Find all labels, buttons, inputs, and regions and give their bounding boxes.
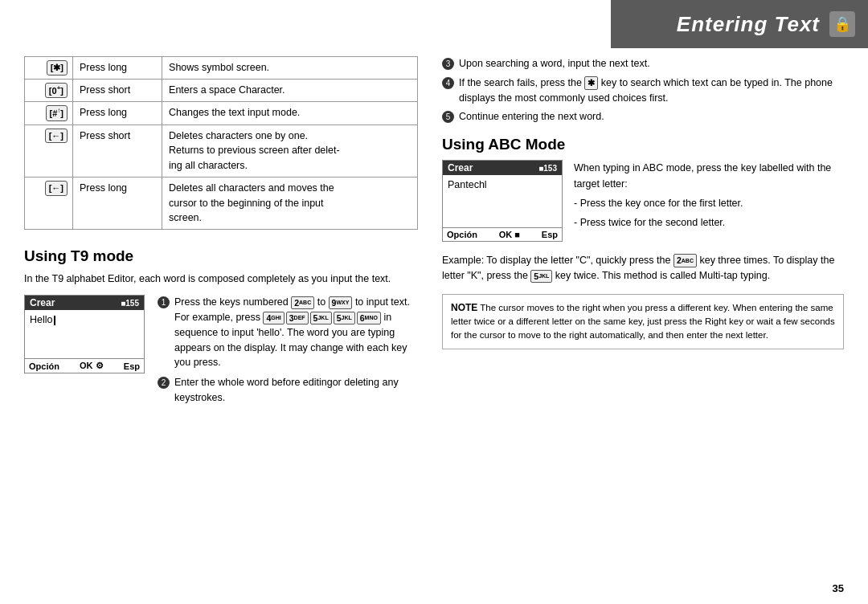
t9-section-title: Using T9 mode [24,247,418,265]
example-text: Example: To display the letter "C", quic… [442,253,844,284]
table-row: [←] Press short Deletes characters one b… [25,124,418,177]
page-number: 35 [833,582,844,594]
key-badge: [0+] [45,83,68,98]
key-3: 3DEF [286,312,309,325]
abc-content: Crear ■153 Pantechl Opción OK ■ Esp When… [442,160,844,242]
abc-step-2: - Press twice for the second letter. [574,214,844,231]
phone-mock-header: Crear ■155 [25,296,144,310]
step-circle-1: 1 [158,296,170,308]
circle-4: 4 [442,77,454,89]
footer-mid: OK ⚙ [80,361,104,371]
step-text-4: If the search fails, press the ✱ key to … [459,76,844,106]
key-description: Shows symbol screen. [162,57,418,80]
step-circle-2: 2 [158,377,170,389]
circle-5: 5 [442,111,454,123]
table-row: [0+] Press short Enters a space Characte… [25,79,418,101]
key-badge: [✱] [47,60,68,76]
table-row: [✱] Press long Shows symbol screen. [25,57,418,80]
right-step-4: 4 If the search fails, press the ✱ key t… [442,76,844,106]
abc-footer-right: Esp [542,230,558,239]
footer-right: Esp [124,361,140,371]
abc-footer-left: Opción [447,230,477,239]
abc-phone-title: Crear [448,162,473,173]
step-text-3: Upon searching a word, input the next te… [459,56,650,71]
right-step-3: 3 Upon searching a word, input the next … [442,56,844,71]
abc-step-1: - Press the key once for the first lette… [574,195,844,211]
phone-mock-body: Hello [25,310,144,358]
step-text-5: Continue entering the next word. [459,109,604,124]
right-steps: 3 Upon searching a word, input the next … [442,56,844,124]
step-content-1: Press the keys numbered 2ABC to 9WXY to … [174,295,418,370]
key-badge: [←] [45,181,68,196]
t9-intro: In the T9 alphabet Editor, each word is … [24,271,418,287]
key-cell: [0+] [25,79,73,101]
key-5-example: 5JKL [530,270,552,284]
key-cell: [←] [25,124,73,177]
page-header: Entering Text 🔒 [611,0,868,48]
key-badge: [#↑] [46,105,68,120]
key-badge: [←] [45,129,68,144]
key-sequence: 4GHI 3DEF 5JKL 5JKL 6MNO [263,312,380,325]
abc-phone-body: Pantechl [443,175,562,227]
press-type: Press short [72,79,162,101]
key-cell: [#↑] [25,102,73,124]
press-type: Press long [72,102,162,124]
right-column: 3 Upon searching a word, input the next … [442,56,844,588]
key-description: Deletes all characters and moves thecurs… [162,177,418,229]
abc-body-text: Pantechl [448,179,487,190]
abc-phone-signal: ■153 [538,164,557,173]
note-box: NOTE The cursor moves to the right when … [442,294,844,349]
t9-steps: 1 Press the keys numbered 2ABC to 9WXY t… [158,295,418,410]
key-table: [✱] Press long Shows symbol screen. [0+]… [24,56,418,230]
phone-mock-abc-header: Crear ■153 [443,161,562,175]
key-description: Changes the text input mode. [162,102,418,124]
right-step-5: 5 Continue entering the next word. [442,109,844,124]
phone-mock-footer: Opción OK ⚙ Esp [25,358,144,373]
step-content-2: Enter the whole word before editingor de… [174,375,418,406]
key-9: 9WXY [329,296,353,310]
abc-step-0: When typing in ABC mode, press the key l… [574,160,844,192]
key-description: Deletes characters one by one.Returns to… [162,124,418,177]
key-description: Enters a space Character. [162,79,418,101]
phone-signal: ■155 [121,299,139,308]
page-title: Entering Text [677,12,820,37]
t9-step-1: 1 Press the keys numbered 2ABC to 9WXY t… [158,295,418,370]
note-body: The cursor moves to the right when you p… [451,303,835,341]
footer-left: Opción [29,361,59,371]
key-2: 2ABC [291,296,314,310]
circle-3: 3 [442,58,454,70]
phone-mock-abc: Crear ■153 Pantechl Opción OK ■ Esp [442,160,563,242]
key-cell: [✱] [25,57,73,80]
abc-footer-mid: OK ■ [499,230,520,239]
lock-icon: 🔒 [829,11,855,37]
left-column: [✱] Press long Shows symbol screen. [0+]… [24,56,418,588]
cursor [54,316,55,325]
phone-mock-t9: Crear ■155 Hello Opción OK ⚙ Esp [24,295,145,373]
press-type: Press long [72,177,162,229]
phone-title: Crear [30,297,55,308]
key-4: 4GHI [263,312,284,325]
press-type: Press long [72,57,162,80]
key-5a: 5JKL [310,312,332,325]
abc-section-title: Using ABC Mode [442,136,844,153]
key-star: ✱ [584,76,598,90]
note-label: NOTE [451,302,477,313]
abc-phone-footer: Opción OK ■ Esp [443,227,562,241]
main-content: [✱] Press long Shows symbol screen. [0+]… [24,56,844,588]
table-row: [#↑] Press long Changes the text input m… [25,102,418,124]
abc-steps: When typing in ABC mode, press the key l… [574,160,844,234]
key-5b: 5JKL [334,312,355,325]
key-cell: [←] [25,177,73,229]
key-2-example: 2ABC [674,254,697,267]
press-type: Press short [72,124,162,177]
t9-content: Crear ■155 Hello Opción OK ⚙ Esp 1 Press [24,295,418,410]
key-6: 6MNO [357,312,381,325]
t9-step-2: 2 Enter the whole word before editingor … [158,375,418,406]
table-row: [←] Press long Deletes all characters an… [25,177,418,229]
